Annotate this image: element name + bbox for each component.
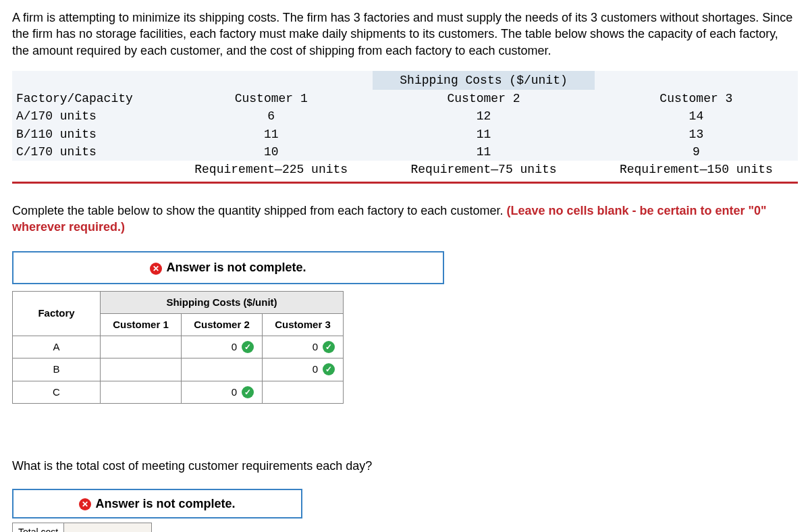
answer-row-b-label: B [13, 358, 101, 381]
cell-a-3: 14 [595, 107, 798, 125]
answer-row-c-label: C [13, 381, 101, 403]
answer-cell-c-1[interactable] [101, 381, 182, 403]
col-header-3: Customer 3 [595, 90, 798, 107]
answer-row-header: Factory [13, 291, 101, 336]
table-row: B 0✓ [13, 358, 344, 381]
x-icon: ✕ [150, 263, 162, 275]
answer-cell-b-3[interactable]: 0✓ [263, 358, 344, 381]
answer-cell-a-2[interactable]: 0✓ [182, 336, 263, 358]
answer-col-3: Customer 3 [263, 313, 344, 336]
answer-input-table: Factory Shipping Costs ($/unit) Customer… [12, 291, 344, 404]
answer-col-1: Customer 1 [101, 313, 182, 336]
cell-c-2: 11 [373, 143, 594, 161]
instruction-text: Complete the table below to show the qua… [12, 203, 798, 236]
banner-text-2: Answer is not complete. [95, 497, 235, 510]
shipping-group-header: Shipping Costs ($/unit) [373, 71, 594, 90]
cell-b-3: 13 [595, 126, 798, 143]
row-a-label: A/170 units [12, 107, 169, 125]
answer-cell-a-1[interactable] [101, 336, 182, 358]
check-icon: ✓ [242, 386, 254, 398]
answer-status-banner: ✕Answer is not complete. [12, 251, 444, 284]
check-icon: ✓ [323, 363, 335, 375]
col-header-1: Customer 1 [169, 90, 373, 107]
cell-b-1: 11 [169, 126, 373, 143]
question-total-cost: What is the total cost of meeting custom… [12, 458, 798, 474]
total-cost-label: Total cost [13, 523, 64, 532]
shipping-cost-table: Shipping Costs ($/unit) Factory/Capacity… [12, 71, 798, 179]
corner-label: Factory/Capacity [12, 90, 169, 107]
divider-bar [12, 182, 798, 184]
banner-text: Answer is not complete. [166, 261, 306, 274]
answer-status-banner-2: ✕Answer is not complete. [12, 489, 302, 518]
x-icon: ✕ [79, 498, 91, 510]
answer-cell-b-1[interactable] [101, 358, 182, 381]
cell-a-1: 6 [169, 107, 373, 125]
requirement-3: Requirement—150 units [595, 161, 798, 178]
table-row: A 0✓ 0✓ [13, 336, 344, 358]
answer-cell-c-2[interactable]: 0✓ [182, 381, 263, 403]
check-icon: ✓ [323, 341, 335, 353]
answer-group-header: Shipping Costs ($/unit) [101, 291, 344, 313]
row-b-label: B/110 units [12, 126, 169, 143]
table-row: C 0✓ [13, 381, 344, 403]
cell-c-1: 10 [169, 143, 373, 161]
requirement-1: Requirement—225 units [169, 161, 373, 178]
cell-a-2: 12 [373, 107, 594, 125]
check-icon: ✓ [242, 341, 254, 353]
answer-cell-a-3[interactable]: 0✓ [263, 336, 344, 358]
instruction-prefix: Complete the table below to show the qua… [12, 204, 506, 217]
answer-cell-c-3[interactable] [263, 381, 344, 403]
answer-cell-b-2[interactable] [182, 358, 263, 381]
cell-c-3: 9 [595, 143, 798, 161]
answer-row-a-label: A [13, 336, 101, 358]
problem-statement: A firm is attempting to minimize its shi… [12, 9, 798, 59]
col-header-2: Customer 2 [373, 90, 594, 107]
row-c-label: C/170 units [12, 143, 169, 161]
answer-col-2: Customer 2 [182, 313, 263, 336]
cell-b-2: 11 [373, 126, 594, 143]
total-cost-input[interactable] [64, 523, 152, 532]
total-cost-table: Total cost [12, 523, 152, 532]
requirement-2: Requirement—75 units [373, 161, 594, 178]
